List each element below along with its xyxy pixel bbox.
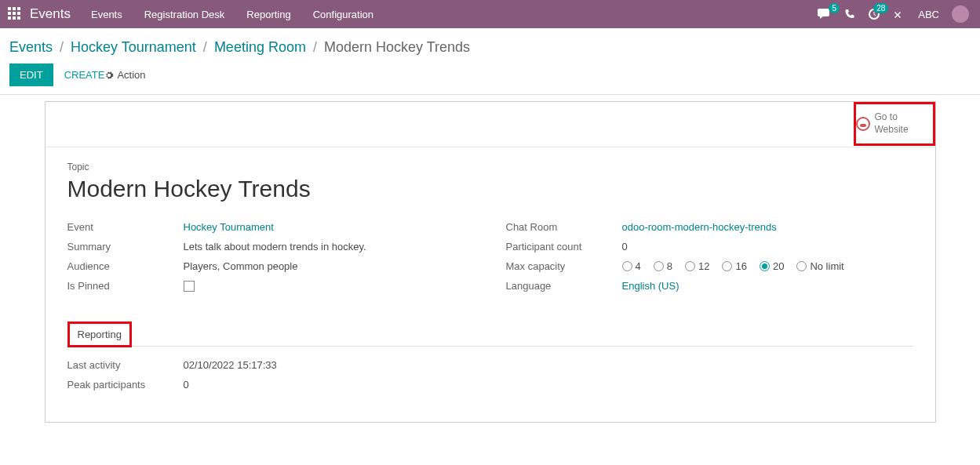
go-to-website-button[interactable]: Go to Website (854, 102, 935, 146)
debug-icon[interactable] (893, 8, 905, 20)
max-capacity-option-8[interactable]: 8 (654, 260, 672, 272)
participant-count-label: Participant count (506, 241, 622, 252)
summary-value: Lets talk about modern trends in hockey. (184, 241, 366, 252)
form-left-column: Event Hockey Tournament Summary Lets tal… (67, 221, 475, 300)
audience-label: Audience (67, 260, 184, 272)
max-capacity-option-16[interactable]: 16 (722, 260, 746, 272)
edit-button[interactable]: EDIT (9, 64, 53, 86)
action-bar: EDIT CREATE Action (0, 60, 980, 95)
breadcrumb-meeting-room[interactable]: Meeting Room (214, 39, 306, 55)
participant-count-value: 0 (622, 241, 628, 252)
form-right-column: Chat Room odoo-room-modern-hockey-trends… (506, 221, 913, 300)
radio-label: 8 (667, 260, 672, 272)
radio-label: 20 (773, 260, 784, 272)
pinned-label: Is Pinned (67, 280, 184, 292)
language-label: Language (506, 280, 622, 292)
max-capacity-option-4[interactable]: 4 (622, 260, 641, 272)
discuss-badge: 5 (829, 3, 840, 13)
topic-title: Modern Hockey Trends (67, 176, 913, 202)
max-capacity-option-20[interactable]: 20 (760, 260, 784, 272)
nav-events[interactable]: Events (91, 9, 122, 20)
topic-label: Topic (67, 162, 913, 173)
globe-icon (856, 117, 870, 131)
nav-registration-desk[interactable]: Registration Desk (144, 9, 225, 20)
avatar[interactable] (952, 5, 969, 23)
max-capacity-option-12[interactable]: 12 (685, 260, 709, 272)
action-dropdown[interactable]: Action (104, 69, 145, 81)
tab-reporting[interactable]: Reporting (67, 322, 132, 347)
chatroom-value[interactable]: odoo-room-modern-hockey-trends (622, 221, 777, 233)
event-label: Event (67, 221, 184, 233)
radio-label: 12 (698, 260, 709, 272)
pinned-checkbox[interactable] (184, 281, 195, 292)
radio-circle (796, 261, 807, 271)
gear-icon (104, 71, 114, 80)
peak-participants-label: Peak participants (67, 379, 184, 391)
peak-participants-value: 0 (184, 379, 189, 391)
breadcrumb-current: Modern Hockey Trends (324, 39, 470, 55)
breadcrumb: Events / Hockey Tournament / Meeting Roo… (0, 28, 980, 60)
user-menu[interactable]: ABC (918, 9, 939, 20)
top-nav-bar: Events Events Registration Desk Reportin… (0, 0, 980, 28)
radio-circle (760, 261, 770, 271)
last-activity-label: Last activity (67, 359, 184, 371)
radio-circle (622, 261, 632, 271)
max-capacity-radios: 48121620No limit (622, 260, 844, 272)
nav-reporting[interactable]: Reporting (246, 9, 290, 20)
discuss-icon[interactable]: 5 (818, 8, 832, 20)
max-capacity-label: Max capacity (506, 260, 622, 272)
breadcrumb-events[interactable]: Events (9, 39, 53, 55)
breadcrumb-hockey-tournament[interactable]: Hockey Tournament (71, 39, 196, 55)
event-value[interactable]: Hockey Tournament (184, 221, 274, 233)
radio-circle (722, 261, 732, 271)
summary-label: Summary (67, 241, 184, 252)
chatroom-label: Chat Room (506, 221, 622, 233)
radio-label: No limit (810, 260, 843, 272)
radio-circle (685, 261, 695, 271)
form-sheet: Go to Website Topic Modern Hockey Trends… (45, 101, 936, 423)
nav-configuration[interactable]: Configuration (313, 9, 373, 20)
max-capacity-option-no-limit[interactable]: No limit (796, 260, 843, 272)
audience-value: Players, Common people (184, 260, 298, 272)
activities-icon[interactable]: 28 (868, 8, 880, 20)
radio-circle (654, 261, 664, 271)
create-button[interactable]: CREATE (64, 69, 105, 81)
language-value[interactable]: English (US) (622, 280, 679, 292)
app-name[interactable]: Events (30, 6, 71, 22)
radio-label: 4 (636, 260, 641, 272)
activities-badge: 28 (873, 3, 888, 13)
phone-icon[interactable] (844, 9, 855, 20)
radio-label: 16 (735, 260, 746, 272)
apps-icon[interactable] (8, 7, 22, 21)
last-activity-value: 02/10/2022 15:17:33 (184, 359, 277, 371)
